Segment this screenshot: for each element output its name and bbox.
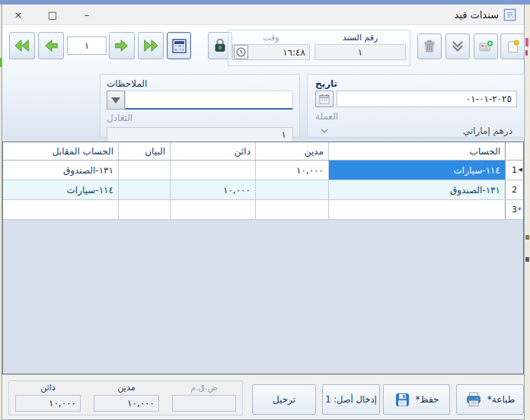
voucher-number-field[interactable]: ١ [314, 44, 406, 60]
vat-label: ض.ق.م [190, 383, 218, 393]
cell-credit[interactable]: ١٠,٠٠٠ [170, 180, 255, 199]
card-plus-icon [478, 39, 494, 55]
nav-last-button[interactable] [138, 32, 164, 59]
title-group: سندات قيد [454, 5, 516, 25]
column-header-credit[interactable]: دائن [170, 142, 255, 160]
currency-dropdown[interactable]: درهم إماراتي [315, 123, 517, 138]
row-header[interactable]: 2 [505, 180, 523, 199]
nav-first-button[interactable] [9, 32, 35, 59]
cell-statement[interactable] [118, 200, 170, 219]
new-document-icon [505, 39, 521, 55]
background-mark [525, 50, 528, 56]
notes-dropdown-button[interactable] [107, 91, 125, 110]
cell-statement[interactable] [118, 180, 170, 199]
cell-account[interactable]: ١٣١-الصندوق [328, 180, 505, 199]
time-label: وقت [232, 33, 310, 44]
insert-button[interactable] [445, 33, 470, 59]
post-button[interactable]: ترحيل [252, 384, 316, 415]
current-row-arrow-icon: ◀ [519, 167, 522, 173]
cell-debit[interactable] [255, 180, 328, 199]
printer-icon [465, 391, 482, 408]
currency-value: درهم إماراتي [463, 126, 512, 136]
currency-label: العملة [315, 111, 338, 122]
background-mark [525, 235, 529, 240]
cell-debit[interactable]: ١٠,٠٠٠ [255, 161, 328, 180]
calendar-button[interactable] [315, 91, 334, 107]
notes-input[interactable] [125, 91, 293, 110]
parity-field: ١ [107, 127, 293, 142]
column-header-statement[interactable]: البيان [118, 142, 170, 160]
column-header-counter-account[interactable]: الحساب المقابل [3, 142, 118, 160]
notes-row [107, 91, 293, 110]
grid-row-3-new: 3 * [3, 200, 523, 220]
cell-value: ١١٤-سيارات [67, 185, 113, 196]
close-icon[interactable]: × [11, 9, 25, 21]
notes-group: الملاحظات التعادل ١ [100, 74, 300, 138]
debit-total-label: مدين [117, 383, 135, 393]
clock-button[interactable] [234, 45, 248, 59]
cell-counter-account[interactable] [3, 200, 118, 219]
cell-counter-account[interactable]: ١١٤-سيارات [3, 180, 118, 199]
nav-prev-button[interactable] [38, 32, 64, 59]
voucher-number-label: رقم السند [314, 33, 406, 44]
cell-value: ١٣١-الصندوق [63, 165, 113, 176]
grid-header-row: الحساب مدين دائن البيان الحساب المقابل [3, 142, 523, 161]
cell-statement[interactable] [118, 161, 170, 180]
column-header-debit[interactable]: مدين [255, 142, 328, 160]
cell-account[interactable]: ١١٤-سيارات [328, 161, 505, 180]
voucher-form-icon [503, 8, 516, 21]
double-arrow-right-icon [142, 37, 160, 54]
voucher-number-group: رقم السند ١ [314, 33, 406, 63]
cell-account[interactable] [328, 200, 505, 219]
grid-icon [172, 39, 187, 53]
new-voucher-button[interactable] [500, 33, 525, 59]
cell-counter-account[interactable]: ١٣١-الصندوق [3, 161, 118, 180]
clock-icon [235, 46, 247, 58]
background-mark [525, 38, 528, 46]
totals-group: ض.ق.م مدين ١٠,٠٠٠ دائن ١٠,٠٠٠ [8, 380, 243, 415]
nav-next-button[interactable] [109, 32, 135, 59]
window-title: سندات قيد [454, 9, 499, 21]
row-header[interactable]: 1 ◀ [505, 161, 523, 180]
column-header-label: دائن [235, 146, 251, 157]
arrow-right-icon [113, 37, 131, 54]
row-number: 1 [512, 165, 517, 175]
voucher-number-value: ١ [358, 47, 362, 58]
entries-grid: الحساب مدين دائن البيان الحساب المقابل 1… [2, 142, 524, 374]
vat-total: ض.ق.م [172, 383, 236, 413]
header-area: ١ رقم السند ١ [2, 25, 524, 142]
post-button-label: ترحيل [273, 394, 295, 405]
background-window-edge [0, 58, 2, 67]
save-button[interactable]: حفظ* [383, 384, 450, 415]
chevron-down-icon [320, 128, 329, 134]
row-header-corner[interactable] [505, 142, 523, 160]
delete-voucher-button[interactable] [417, 33, 442, 59]
grid-view-button[interactable] [167, 32, 191, 59]
title-bar: سندات قيد × □ – [2, 5, 524, 25]
debit-total: مدين ١٠,٠٠٠ [94, 383, 159, 413]
credit-total-value: ١٠,٠٠٠ [49, 398, 76, 409]
row-header[interactable]: 3 * [505, 200, 523, 219]
cell-value: ١٣١-الصندوق [450, 185, 500, 196]
cell-credit[interactable] [170, 200, 255, 219]
maximize-icon[interactable]: □ [46, 9, 59, 21]
double-arrow-left-icon [13, 37, 31, 54]
minimize-icon[interactable]: – [80, 9, 94, 21]
column-header-label: مدين [305, 146, 324, 157]
time-field[interactable]: ١٦:٤٨ [232, 44, 310, 60]
lock-icon [212, 37, 228, 54]
dropdown-triangle-icon [111, 97, 120, 108]
date-field[interactable]: ٢٠٢٥-٠١-٠١ [337, 91, 517, 107]
entry-original-button[interactable]: إدخال أصل: 1 [322, 384, 380, 415]
cell-credit[interactable] [170, 161, 255, 180]
background-mark [525, 257, 529, 262]
cell-debit[interactable] [255, 200, 328, 219]
record-number-input[interactable]: ١ [67, 37, 107, 55]
print-button[interactable]: طباعة* [456, 384, 524, 415]
credit-total-field: ١٠,٠٠٠ [15, 395, 81, 412]
vat-field [172, 395, 236, 412]
add-account-button[interactable] [474, 33, 498, 59]
arrow-left-icon [42, 37, 60, 54]
column-header-account[interactable]: الحساب [328, 142, 505, 160]
column-header-label: الحساب المقابل [53, 146, 113, 157]
